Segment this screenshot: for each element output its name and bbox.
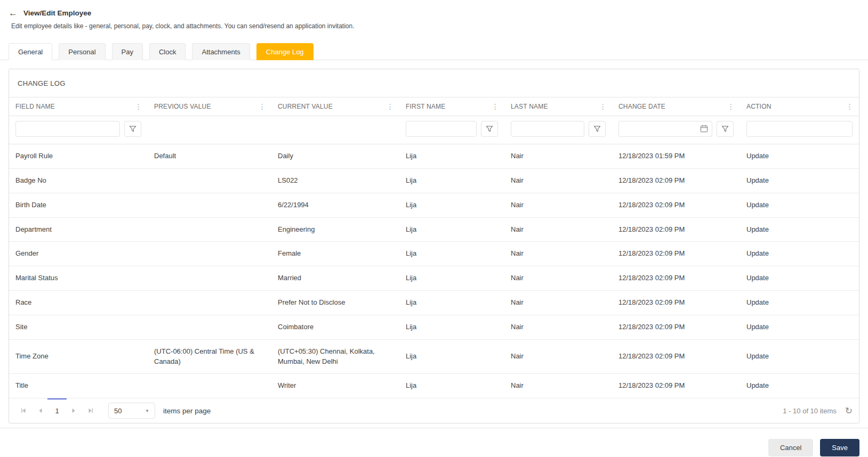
pager-range-label: 1 - 10 of 10 items <box>783 407 836 415</box>
cell-previous-value <box>148 242 271 266</box>
table-row[interactable]: Title Writer Lija Nair 12/18/2023 02:09 … <box>9 374 859 398</box>
cell-field-name: Marital Status <box>9 266 148 291</box>
calendar-icon[interactable] <box>700 125 708 133</box>
cell-field-name: Site <box>9 315 148 339</box>
pager-last-button[interactable] <box>83 403 99 418</box>
tab-attachments[interactable]: Attachments <box>192 43 250 60</box>
filter-row <box>9 116 859 144</box>
go-to-first-icon <box>20 407 27 414</box>
filter-input-first-name[interactable] <box>406 121 477 137</box>
column-menu-icon[interactable]: ⋮ <box>845 102 855 111</box>
cell-previous-value <box>148 374 271 398</box>
cell-first-name: Lija <box>399 374 504 398</box>
tab-personal[interactable]: Personal <box>59 43 105 60</box>
change-log-panel: CHANGE LOG FIELD NAME ⋮ PREVIOUS VALUE ⋮… <box>9 69 859 423</box>
table-row[interactable]: Birth Date 6/22/1994 Lija Nair 12/18/202… <box>9 193 859 217</box>
chevron-down-icon: ▼ <box>145 409 149 413</box>
pager-next-button[interactable] <box>66 403 82 418</box>
column-header-change-date[interactable]: CHANGE DATE ⋮ <box>612 97 740 116</box>
column-header-action[interactable]: ACTION ⋮ <box>740 97 859 116</box>
column-header-previous-value[interactable]: PREVIOUS VALUE ⋮ <box>148 97 271 116</box>
table-row[interactable]: Race Prefer Not to Disclose Lija Nair 12… <box>9 291 859 315</box>
table-row[interactable]: Payroll Rule Default Daily Lija Nair 12/… <box>9 144 859 169</box>
cancel-button[interactable]: Cancel <box>768 439 813 456</box>
tab-clock[interactable]: Clock <box>149 43 186 60</box>
column-menu-icon[interactable]: ⋮ <box>726 102 736 111</box>
tab-pay[interactable]: Pay <box>112 43 143 60</box>
filter-input-change-date[interactable] <box>618 121 712 137</box>
pager-first-button[interactable] <box>15 403 31 418</box>
cell-field-name: Badge No <box>9 168 148 193</box>
items-per-page-label: items per page <box>163 407 211 415</box>
cell-previous-value: (UTC-06:00) Central Time (US & Canada) <box>148 339 271 374</box>
filter-button-first-name[interactable] <box>481 121 498 137</box>
page-header: ← View/Edit Employee Edit employee detai… <box>0 0 868 30</box>
cell-change-date: 12/18/2023 01:59 PM <box>612 144 740 169</box>
table-row[interactable]: Time Zone (UTC-06:00) Central Time (US &… <box>9 339 859 374</box>
column-menu-icon[interactable]: ⋮ <box>490 102 501 111</box>
cell-change-date: 12/18/2023 02:09 PM <box>612 242 740 266</box>
refresh-icon[interactable]: ↻ <box>845 406 853 415</box>
cell-change-date: 12/18/2023 02:09 PM <box>612 291 740 315</box>
page-size-select[interactable]: 50 ▼ <box>108 403 155 419</box>
cell-action: Update <box>740 144 859 169</box>
table-row[interactable]: Department Engineering Lija Nair 12/18/2… <box>9 217 859 242</box>
column-header-last-name[interactable]: LAST NAME ⋮ <box>504 97 612 116</box>
cell-current-value: (UTC+05:30) Chennai, Kolkata, Mumbai, Ne… <box>271 339 399 374</box>
cell-field-name: Gender <box>9 242 148 266</box>
column-menu-icon[interactable]: ⋮ <box>598 102 608 111</box>
column-menu-icon[interactable]: ⋮ <box>385 102 396 111</box>
cell-previous-value <box>148 291 271 315</box>
cell-last-name: Nair <box>504 193 612 217</box>
cell-current-value: Female <box>271 242 399 266</box>
cell-last-name: Nair <box>504 144 612 169</box>
cell-change-date: 12/18/2023 02:09 PM <box>612 339 740 374</box>
tab-general[interactable]: General <box>9 43 52 60</box>
filter-button-last-name[interactable] <box>589 121 606 137</box>
cell-change-date: 12/18/2023 02:09 PM <box>612 168 740 193</box>
cell-first-name: Lija <box>399 242 504 266</box>
cell-last-name: Nair <box>504 242 612 266</box>
filter-button-field-name[interactable] <box>124 121 141 137</box>
table-row[interactable]: Badge No LS022 Lija Nair 12/18/2023 02:0… <box>9 168 859 193</box>
cell-change-date: 12/18/2023 02:09 PM <box>612 266 740 291</box>
cell-last-name: Nair <box>504 339 612 374</box>
cell-action: Update <box>740 315 859 339</box>
tab-change-log[interactable]: Change Log <box>256 43 314 60</box>
cell-previous-value <box>148 168 271 193</box>
page-subtitle: Edit employee details like - general, pe… <box>11 22 859 30</box>
table-row[interactable]: Marital Status Married Lija Nair 12/18/2… <box>9 266 859 291</box>
cell-change-date: 12/18/2023 02:09 PM <box>612 374 740 398</box>
cell-change-date: 12/18/2023 02:09 PM <box>612 193 740 217</box>
funnel-icon <box>129 125 136 133</box>
cell-first-name: Lija <box>399 315 504 339</box>
column-header-field-name[interactable]: FIELD NAME ⋮ <box>9 97 148 116</box>
column-header-first-name[interactable]: FIRST NAME ⋮ <box>399 97 504 116</box>
cell-first-name: Lija <box>399 339 504 374</box>
pager-page-1[interactable]: 1 <box>50 403 65 418</box>
back-arrow-icon[interactable]: ← <box>9 9 18 18</box>
page-size-value: 50 <box>114 407 122 415</box>
cell-current-value: Married <box>271 266 399 291</box>
table-row[interactable]: Gender Female Lija Nair 12/18/2023 02:09… <box>9 242 859 266</box>
cell-previous-value <box>148 266 271 291</box>
cell-current-value: Writer <box>271 374 399 398</box>
page-title: View/Edit Employee <box>23 9 91 17</box>
cell-current-value: LS022 <box>271 168 399 193</box>
column-header-current-value[interactable]: CURRENT VALUE ⋮ <box>271 97 399 116</box>
column-menu-icon[interactable]: ⋮ <box>257 102 268 111</box>
pager-prev-button[interactable] <box>33 403 49 418</box>
cell-last-name: Nair <box>504 374 612 398</box>
cell-action: Update <box>740 242 859 266</box>
filter-input-field-name[interactable] <box>15 121 120 137</box>
column-menu-icon[interactable]: ⋮ <box>133 102 144 111</box>
filter-input-action[interactable] <box>746 121 853 137</box>
filter-button-change-date[interactable] <box>717 121 734 137</box>
filter-input-last-name[interactable] <box>511 121 584 137</box>
cell-last-name: Nair <box>504 315 612 339</box>
table-row[interactable]: Site Coimbatore Lija Nair 12/18/2023 02:… <box>9 315 859 339</box>
save-button[interactable]: Save <box>820 439 859 456</box>
funnel-icon <box>721 125 729 133</box>
cell-current-value: Daily <box>271 144 399 169</box>
cell-first-name: Lija <box>399 193 504 217</box>
